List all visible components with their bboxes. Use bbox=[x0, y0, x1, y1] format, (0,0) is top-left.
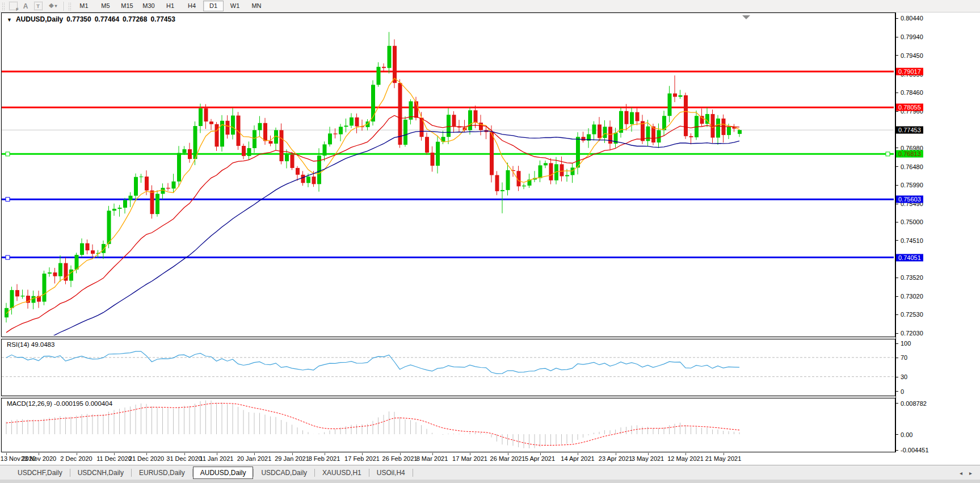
level-handle[interactable] bbox=[6, 255, 10, 259]
chart-symbol: AUDUSD,Daily bbox=[16, 15, 63, 23]
date-tick-label: 23 Nov 2020 bbox=[21, 455, 56, 462]
arrange-arrows-tool-button[interactable]: ❖ ▾ bbox=[44, 1, 61, 11]
timeframe-button-D1[interactable]: D1 bbox=[203, 1, 224, 11]
date-tick-label: 11 Jan 2021 bbox=[200, 455, 234, 462]
date-tick-label: 26 Feb 2021 bbox=[382, 455, 418, 462]
date-tick-label: 23 Apr 2021 bbox=[599, 455, 632, 462]
date-tick-label: 5 Apr 2021 bbox=[525, 455, 555, 462]
axis-tick-mark bbox=[895, 222, 898, 222]
chart-tab-USDCAD-Daily[interactable]: USDCAD,Daily bbox=[254, 467, 314, 479]
rsi-tick-label: 100 bbox=[901, 341, 911, 347]
axis-tick-mark bbox=[895, 278, 898, 278]
axis-tick-mark bbox=[895, 240, 898, 241]
chart-shift-marker[interactable] bbox=[742, 15, 750, 19]
date-tick-label: 20 Jan 2021 bbox=[237, 455, 272, 462]
ohlc-close: 0.77453 bbox=[150, 15, 175, 23]
tab-scroll-right-icon[interactable]: ▸ bbox=[969, 470, 972, 476]
axis-tick-mark bbox=[895, 450, 898, 451]
rsi-chart bbox=[2, 339, 894, 394]
level-handle[interactable] bbox=[6, 152, 10, 156]
axis-tick-mark bbox=[895, 204, 898, 204]
timeframe-button-W1[interactable]: W1 bbox=[225, 1, 245, 11]
date-tick-label: 8 Mar 2021 bbox=[417, 455, 448, 462]
candlestick-chart[interactable] bbox=[2, 13, 894, 335]
price-tick-label: 0.78460 bbox=[901, 90, 923, 96]
date-tick-label: 29 Jan 2021 bbox=[275, 455, 309, 462]
macd-histogram bbox=[6, 401, 739, 448]
toolbar-grip-2[interactable] bbox=[68, 2, 71, 10]
tab-scroll-left-icon[interactable]: ◂ bbox=[960, 470, 962, 476]
timeframe-button-M5[interactable]: M5 bbox=[95, 1, 116, 11]
level-price-label-0.78055: 0.78055 bbox=[896, 104, 923, 111]
date-tick-label: 17 Feb 2021 bbox=[344, 455, 380, 462]
price-tick-label: 0.75000 bbox=[901, 219, 923, 225]
price-tick-label: 0.75990 bbox=[901, 182, 923, 188]
timeframe-button-H4[interactable]: H4 bbox=[182, 1, 202, 11]
timeframe-button-H1[interactable]: H1 bbox=[160, 1, 180, 11]
level-price-label-0.79017: 0.79017 bbox=[896, 68, 923, 75]
date-tick-label: 21 Dec 2020 bbox=[129, 455, 164, 462]
axis-tick-mark bbox=[895, 166, 898, 167]
chart-tab-EURUSD-Daily[interactable]: EURUSD,Daily bbox=[132, 467, 192, 479]
text-label-tool-button[interactable]: T bbox=[32, 1, 44, 11]
level-price-label-0.75603: 0.75603 bbox=[896, 196, 923, 203]
price-tick-label: 0.79940 bbox=[901, 34, 923, 40]
macd-label: MACD(12,26,9) -0.000195 0.000404 bbox=[7, 400, 112, 407]
chart-tab-USDCNH-Daily[interactable]: USDCNH,Daily bbox=[70, 467, 131, 479]
ohlc-high: 0.77464 bbox=[95, 15, 119, 23]
chart-tab-USDCHF-Daily[interactable]: USDCHF,Daily bbox=[10, 467, 70, 479]
text-annotation-icon: A bbox=[23, 2, 28, 10]
axis-tick-mark bbox=[895, 403, 898, 404]
timeframe-button-M1[interactable]: M1 bbox=[74, 1, 94, 11]
date-tick-label: 26 Mar 2021 bbox=[490, 455, 525, 462]
date-tick-label: 11 Dec 2020 bbox=[96, 455, 132, 462]
macd-tick-label: -0.004451 bbox=[901, 447, 929, 453]
price-chart-pane[interactable]: ▼AUDUSD,Daily0.773500.774640.772680.7745… bbox=[1, 12, 895, 337]
price-tick-label: 0.80440 bbox=[901, 15, 923, 22]
chart-tab-XAUUSD-H1[interactable]: XAUUSD,H1 bbox=[315, 467, 369, 479]
tab-scroll-arrows: ◂▸ bbox=[960, 465, 972, 480]
rsi-tick-label: 30 bbox=[901, 374, 907, 380]
axis-tick-mark bbox=[895, 185, 898, 186]
date-tick-label: 2 Dec 2020 bbox=[60, 455, 92, 462]
level-handle[interactable] bbox=[886, 152, 890, 156]
toolbar-separator bbox=[64, 2, 64, 11]
tab-separator bbox=[413, 469, 413, 477]
axis-tick-mark bbox=[895, 358, 898, 358]
chart-tab-bar: USDCHF,DailyUSDCNH,DailyEURUSD,DailyAUDU… bbox=[0, 465, 980, 480]
price-tick-label: 0.74510 bbox=[901, 237, 923, 243]
date-tick-label: 3 May 2021 bbox=[632, 455, 664, 462]
rsi-indicator-pane[interactable]: RSI(14) 49.0483 bbox=[1, 339, 895, 396]
moving-average-slow bbox=[6, 131, 739, 335]
chart-tab-USOil-H4[interactable]: USOil,H4 bbox=[369, 467, 413, 479]
timeframe-button-MN[interactable]: MN bbox=[246, 1, 267, 11]
price-tick-label: 0.79450 bbox=[901, 52, 923, 58]
macd-indicator-pane[interactable]: MACD(12,26,9) -0.000195 0.000404 bbox=[1, 398, 895, 452]
chart-tab-AUDUSD-Daily[interactable]: AUDUSD,Daily bbox=[193, 467, 254, 479]
collapse-chart-icon[interactable]: ▼ bbox=[7, 17, 12, 23]
text-annotation-tool-button[interactable]: A bbox=[19, 1, 32, 11]
timeframe-button-M30[interactable]: M30 bbox=[138, 1, 159, 11]
arrange-arrows-icon: ❖ bbox=[49, 2, 54, 10]
date-tick-label: 8 Feb 2021 bbox=[309, 455, 340, 462]
axis-tick-mark bbox=[895, 55, 898, 56]
date-tick-label: 31 Dec 2020 bbox=[166, 455, 201, 462]
level-price-label-0.76813: 0.76813 bbox=[896, 150, 923, 158]
level-price-label-0.74051: 0.74051 bbox=[896, 254, 923, 261]
toolbar-grip[interactable] bbox=[2, 2, 5, 10]
date-tick-label: 14 Apr 2021 bbox=[561, 455, 594, 462]
bottom-strip bbox=[0, 480, 980, 483]
level-handle[interactable] bbox=[6, 198, 10, 201]
timeframe-button-M15[interactable]: M15 bbox=[117, 1, 137, 11]
fibonacci-tool-button[interactable]: F bbox=[7, 1, 19, 11]
date-tick-label: 17 Mar 2021 bbox=[452, 455, 487, 462]
axis-tick-mark bbox=[895, 434, 898, 435]
axis-tick-mark bbox=[895, 18, 898, 19]
rsi-line bbox=[6, 351, 739, 373]
price-tick-label: 0.76480 bbox=[901, 163, 923, 170]
axis-tick-mark bbox=[895, 37, 898, 37]
macd-chart bbox=[2, 398, 894, 451]
axis-tick-mark bbox=[895, 391, 898, 392]
top-toolbar: F A T ❖ ▾ M1M5M15M30H1H4D1W1MN bbox=[0, 0, 980, 12]
text-label-icon: T bbox=[34, 2, 43, 10]
